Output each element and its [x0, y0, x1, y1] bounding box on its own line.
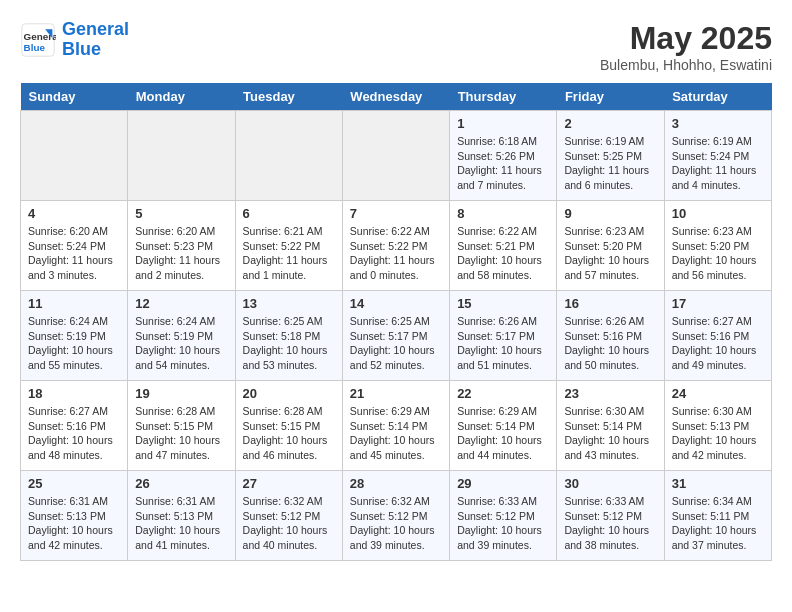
day-number: 16 — [564, 296, 656, 311]
day-number: 3 — [672, 116, 764, 131]
calendar-cell: 6Sunrise: 6:21 AM Sunset: 5:22 PM Daylig… — [235, 201, 342, 291]
calendar-cell: 21Sunrise: 6:29 AM Sunset: 5:14 PM Dayli… — [342, 381, 449, 471]
calendar-week-row: 4Sunrise: 6:20 AM Sunset: 5:24 PM Daylig… — [21, 201, 772, 291]
day-info: Sunrise: 6:24 AM Sunset: 5:19 PM Dayligh… — [135, 314, 227, 373]
calendar-cell: 16Sunrise: 6:26 AM Sunset: 5:16 PM Dayli… — [557, 291, 664, 381]
calendar-cell: 25Sunrise: 6:31 AM Sunset: 5:13 PM Dayli… — [21, 471, 128, 561]
calendar-cell — [128, 111, 235, 201]
calendar-week-row: 11Sunrise: 6:24 AM Sunset: 5:19 PM Dayli… — [21, 291, 772, 381]
day-number: 5 — [135, 206, 227, 221]
calendar-cell: 1Sunrise: 6:18 AM Sunset: 5:26 PM Daylig… — [450, 111, 557, 201]
weekday-header-row: SundayMondayTuesdayWednesdayThursdayFrid… — [21, 83, 772, 111]
calendar-cell: 9Sunrise: 6:23 AM Sunset: 5:20 PM Daylig… — [557, 201, 664, 291]
day-number: 19 — [135, 386, 227, 401]
calendar-cell: 14Sunrise: 6:25 AM Sunset: 5:17 PM Dayli… — [342, 291, 449, 381]
calendar-cell: 4Sunrise: 6:20 AM Sunset: 5:24 PM Daylig… — [21, 201, 128, 291]
day-number: 1 — [457, 116, 549, 131]
logo: General Blue GeneralBlue — [20, 20, 129, 60]
day-info: Sunrise: 6:31 AM Sunset: 5:13 PM Dayligh… — [28, 494, 120, 553]
month-year: May 2025 — [600, 20, 772, 57]
day-number: 23 — [564, 386, 656, 401]
day-number: 12 — [135, 296, 227, 311]
day-info: Sunrise: 6:22 AM Sunset: 5:22 PM Dayligh… — [350, 224, 442, 283]
day-number: 30 — [564, 476, 656, 491]
calendar-cell: 20Sunrise: 6:28 AM Sunset: 5:15 PM Dayli… — [235, 381, 342, 471]
weekday-header: Monday — [128, 83, 235, 111]
page-header: General Blue GeneralBlue May 2025 Bulemb… — [20, 20, 772, 73]
day-info: Sunrise: 6:26 AM Sunset: 5:16 PM Dayligh… — [564, 314, 656, 373]
weekday-header: Saturday — [664, 83, 771, 111]
day-info: Sunrise: 6:29 AM Sunset: 5:14 PM Dayligh… — [350, 404, 442, 463]
logo-text: GeneralBlue — [62, 20, 129, 60]
weekday-header: Wednesday — [342, 83, 449, 111]
weekday-header: Friday — [557, 83, 664, 111]
day-number: 2 — [564, 116, 656, 131]
calendar-cell: 27Sunrise: 6:32 AM Sunset: 5:12 PM Dayli… — [235, 471, 342, 561]
day-number: 17 — [672, 296, 764, 311]
day-info: Sunrise: 6:21 AM Sunset: 5:22 PM Dayligh… — [243, 224, 335, 283]
day-info: Sunrise: 6:32 AM Sunset: 5:12 PM Dayligh… — [350, 494, 442, 553]
day-number: 6 — [243, 206, 335, 221]
day-info: Sunrise: 6:23 AM Sunset: 5:20 PM Dayligh… — [672, 224, 764, 283]
day-info: Sunrise: 6:28 AM Sunset: 5:15 PM Dayligh… — [135, 404, 227, 463]
location: Bulembu, Hhohho, Eswatini — [600, 57, 772, 73]
calendar-cell: 22Sunrise: 6:29 AM Sunset: 5:14 PM Dayli… — [450, 381, 557, 471]
day-number: 26 — [135, 476, 227, 491]
day-info: Sunrise: 6:27 AM Sunset: 5:16 PM Dayligh… — [28, 404, 120, 463]
day-info: Sunrise: 6:30 AM Sunset: 5:14 PM Dayligh… — [564, 404, 656, 463]
day-info: Sunrise: 6:31 AM Sunset: 5:13 PM Dayligh… — [135, 494, 227, 553]
day-info: Sunrise: 6:19 AM Sunset: 5:25 PM Dayligh… — [564, 134, 656, 193]
day-number: 27 — [243, 476, 335, 491]
day-info: Sunrise: 6:23 AM Sunset: 5:20 PM Dayligh… — [564, 224, 656, 283]
day-info: Sunrise: 6:27 AM Sunset: 5:16 PM Dayligh… — [672, 314, 764, 373]
calendar-cell: 2Sunrise: 6:19 AM Sunset: 5:25 PM Daylig… — [557, 111, 664, 201]
day-number: 14 — [350, 296, 442, 311]
day-info: Sunrise: 6:34 AM Sunset: 5:11 PM Dayligh… — [672, 494, 764, 553]
day-number: 10 — [672, 206, 764, 221]
day-info: Sunrise: 6:25 AM Sunset: 5:17 PM Dayligh… — [350, 314, 442, 373]
calendar-cell: 11Sunrise: 6:24 AM Sunset: 5:19 PM Dayli… — [21, 291, 128, 381]
calendar-cell: 23Sunrise: 6:30 AM Sunset: 5:14 PM Dayli… — [557, 381, 664, 471]
calendar-cell — [21, 111, 128, 201]
calendar-cell: 8Sunrise: 6:22 AM Sunset: 5:21 PM Daylig… — [450, 201, 557, 291]
calendar-cell — [342, 111, 449, 201]
day-info: Sunrise: 6:32 AM Sunset: 5:12 PM Dayligh… — [243, 494, 335, 553]
calendar-week-row: 25Sunrise: 6:31 AM Sunset: 5:13 PM Dayli… — [21, 471, 772, 561]
day-number: 25 — [28, 476, 120, 491]
calendar-cell: 31Sunrise: 6:34 AM Sunset: 5:11 PM Dayli… — [664, 471, 771, 561]
weekday-header: Thursday — [450, 83, 557, 111]
day-number: 4 — [28, 206, 120, 221]
weekday-header: Tuesday — [235, 83, 342, 111]
calendar-cell: 3Sunrise: 6:19 AM Sunset: 5:24 PM Daylig… — [664, 111, 771, 201]
day-info: Sunrise: 6:33 AM Sunset: 5:12 PM Dayligh… — [457, 494, 549, 553]
day-number: 31 — [672, 476, 764, 491]
day-info: Sunrise: 6:26 AM Sunset: 5:17 PM Dayligh… — [457, 314, 549, 373]
calendar-cell: 15Sunrise: 6:26 AM Sunset: 5:17 PM Dayli… — [450, 291, 557, 381]
day-info: Sunrise: 6:29 AM Sunset: 5:14 PM Dayligh… — [457, 404, 549, 463]
calendar-cell: 19Sunrise: 6:28 AM Sunset: 5:15 PM Dayli… — [128, 381, 235, 471]
svg-text:Blue: Blue — [24, 42, 46, 53]
title-block: May 2025 Bulembu, Hhohho, Eswatini — [600, 20, 772, 73]
calendar-cell: 12Sunrise: 6:24 AM Sunset: 5:19 PM Dayli… — [128, 291, 235, 381]
weekday-header: Sunday — [21, 83, 128, 111]
calendar-cell — [235, 111, 342, 201]
day-number: 20 — [243, 386, 335, 401]
day-info: Sunrise: 6:20 AM Sunset: 5:24 PM Dayligh… — [28, 224, 120, 283]
day-number: 29 — [457, 476, 549, 491]
day-info: Sunrise: 6:33 AM Sunset: 5:12 PM Dayligh… — [564, 494, 656, 553]
calendar-cell: 30Sunrise: 6:33 AM Sunset: 5:12 PM Dayli… — [557, 471, 664, 561]
day-number: 15 — [457, 296, 549, 311]
day-number: 24 — [672, 386, 764, 401]
calendar-cell: 5Sunrise: 6:20 AM Sunset: 5:23 PM Daylig… — [128, 201, 235, 291]
calendar-cell: 17Sunrise: 6:27 AM Sunset: 5:16 PM Dayli… — [664, 291, 771, 381]
calendar-cell: 26Sunrise: 6:31 AM Sunset: 5:13 PM Dayli… — [128, 471, 235, 561]
calendar-cell: 28Sunrise: 6:32 AM Sunset: 5:12 PM Dayli… — [342, 471, 449, 561]
calendar-cell: 7Sunrise: 6:22 AM Sunset: 5:22 PM Daylig… — [342, 201, 449, 291]
day-number: 18 — [28, 386, 120, 401]
day-number: 9 — [564, 206, 656, 221]
calendar-week-row: 1Sunrise: 6:18 AM Sunset: 5:26 PM Daylig… — [21, 111, 772, 201]
day-info: Sunrise: 6:25 AM Sunset: 5:18 PM Dayligh… — [243, 314, 335, 373]
day-info: Sunrise: 6:30 AM Sunset: 5:13 PM Dayligh… — [672, 404, 764, 463]
day-info: Sunrise: 6:24 AM Sunset: 5:19 PM Dayligh… — [28, 314, 120, 373]
day-number: 13 — [243, 296, 335, 311]
